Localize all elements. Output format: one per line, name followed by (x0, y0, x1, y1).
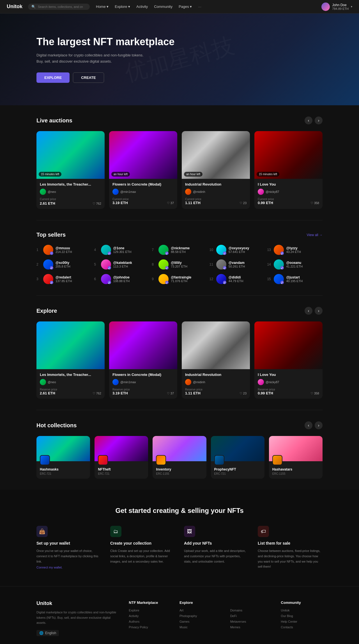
footer-link[interactable]: Our Blog (281, 614, 323, 618)
explore-prev-btn[interactable]: ‹ (305, 307, 312, 315)
footer-link[interactable]: Photography (180, 614, 221, 618)
card-title: I Love You (258, 182, 319, 186)
collection-card[interactable]: NFTheft ERC-721 (95, 436, 148, 479)
hero-title: The largest NFT marketplace (36, 36, 323, 48)
step-add-nfts: 🖼 Add your NFTs Upload your work, add a … (184, 526, 249, 569)
step-desc: Once you've set up your wallet of choice… (36, 548, 101, 564)
explore-button[interactable]: EXPLORE (36, 72, 70, 83)
footer-link[interactable]: Explore (129, 609, 171, 612)
collection-card[interactable]: Inventory ERC-1155 (153, 436, 206, 479)
nav-chevron-icon: ▾ (351, 5, 352, 8)
auction-card[interactable]: an hour left Industrial Revolution @midi… (182, 131, 250, 209)
nav-pages[interactable]: Pages ▾ (176, 3, 195, 10)
hero-subtitle: Digital marketplace for crypto collectib… (36, 52, 323, 65)
likes: ♡ 23 (240, 201, 247, 205)
author-avatar (112, 189, 119, 195)
auctions-grid: 15 minutes left Les Immortels, the Treac… (36, 131, 323, 209)
author-avatar (185, 189, 191, 195)
footer-col-title: Community (281, 600, 323, 605)
auction-card[interactable]: 15 minutes left I Love You @nicky87 Curr… (254, 131, 323, 209)
step-desc: Choose between auctions, fixed-price lis… (258, 548, 323, 569)
card-badge: 15 minutes left (39, 172, 61, 177)
nav-home[interactable]: Home ▾ (93, 3, 111, 10)
footer-link[interactable]: Metaverses (230, 620, 272, 623)
likes: ♡ 358 (310, 201, 319, 205)
seller-item[interactable]: 6 ✓ @johndoe108.88 ETH (94, 274, 150, 284)
author-avatar (40, 189, 46, 195)
auction-card[interactable]: 15 minutes left Les Immortels, the Treac… (36, 131, 105, 209)
nav-activity[interactable]: Activity (134, 3, 151, 10)
auction-card[interactable]: an hour left Flowers in Concrete (Modal)… (109, 131, 177, 209)
seller-item[interactable]: 11 ✓ @vandam50.261 ETH (210, 259, 265, 270)
footer-language[interactable]: 🌐 English (36, 630, 59, 636)
nav-logo[interactable]: Unitok (7, 4, 22, 10)
step-list-sale: 🏷 List them for sale Choose between auct… (258, 526, 323, 569)
footer-link[interactable]: Art (180, 609, 221, 612)
nav-explore[interactable]: Explore ▾ (112, 3, 133, 10)
seller-item[interactable]: 7 ✓ @nickname88.58 ETH (152, 245, 207, 255)
seller-name: @mnuuu (56, 246, 72, 250)
collection-card[interactable]: Hashavatars ERC-1155 (269, 436, 323, 479)
seller-item[interactable]: 2 ✓ @sc00ty205.8 ETH (36, 259, 92, 270)
step-collection: 🗂 Create your collection Click Create an… (110, 526, 175, 569)
search-bar: 🔍 (28, 4, 90, 10)
live-auctions-section: Live auctions ‹ › 15 minutes left Les Im… (0, 105, 359, 220)
footer-link[interactable]: Activity (129, 614, 171, 618)
collection-card[interactable]: Hashmasks ERC-721 (36, 436, 90, 479)
footer-link[interactable]: Contacts (281, 625, 323, 629)
step-title: Set up your wallet (36, 541, 101, 545)
seller-item[interactable]: 15 ✓ @justart40.195 ETH (267, 274, 323, 284)
nav-user-area[interactable]: John Doe 784.89 ETH ▾ (321, 3, 352, 11)
footer-link[interactable]: Games (180, 620, 221, 623)
price-label: Current price (185, 198, 201, 201)
auctions-next-btn[interactable]: › (315, 117, 323, 124)
seller-item[interactable]: 8 ✓ @lillily73.207 ETH (152, 259, 207, 270)
explore-next-btn[interactable]: › (315, 307, 323, 315)
nav-more-icon[interactable]: ··· (195, 3, 204, 10)
collections-prev-btn[interactable]: ‹ (305, 421, 312, 429)
author-name: @min1max (120, 190, 136, 193)
seller-item[interactable]: 4 ✓ @1one129.301 ETH (94, 245, 150, 255)
collections-grid: Hashmasks ERC-721 NFTheft ERC-721 Invent… (36, 436, 323, 479)
explore-card[interactable]: Flowers in Concrete (Modal) @min1max Res… (109, 321, 177, 399)
footer-link[interactable]: Music (180, 625, 221, 629)
card-badge: an hour left (111, 172, 130, 177)
seller-item[interactable]: 10 ✓ @oxyoxyoxy57.641 ETH (210, 245, 265, 255)
seller-item[interactable]: 13 ✓ @lyzzy43.24 ETH (267, 245, 323, 255)
footer-brand-name: Unitok (36, 600, 120, 606)
seller-item[interactable]: 1 ✓ @mnuuu214.22 ETH (36, 245, 92, 255)
step-link[interactable]: Connect my wallet. (36, 566, 101, 569)
footer-link[interactable]: Unitok (281, 609, 323, 612)
seller-item[interactable]: 14 ✓ @oceanu41.221 ETH (267, 259, 323, 270)
step-desc: Click Create and set up your collection.… (110, 548, 175, 564)
nav-community[interactable]: Community (151, 3, 175, 10)
footer-link[interactable]: Privacy Policy (129, 625, 171, 629)
create-button[interactable]: CREATE (73, 72, 104, 83)
globe-icon: 🌐 (39, 631, 43, 635)
collections-next-btn[interactable]: › (315, 421, 323, 429)
seller-item[interactable]: 5 ✓ @kateblank113.3 ETH (94, 259, 150, 270)
explore-card[interactable]: Les Immortels, the Treacher... @neo Rese… (36, 321, 105, 399)
view-all-btn[interactable]: View all → (307, 233, 323, 237)
footer-link[interactable]: Domains (230, 609, 272, 612)
seller-item[interactable]: 9 ✓ @fantraingle71.076 ETH (152, 274, 207, 284)
footer-link[interactable]: Memes (230, 625, 272, 629)
collection-card[interactable]: ProphecyNFT ERC-721 (211, 436, 264, 479)
footer-link[interactable]: Help Center (281, 620, 323, 623)
seller-item[interactable]: 12 ✓ @dididi44.79 ETH (210, 274, 265, 284)
auctions-prev-btn[interactable]: ‹ (305, 117, 312, 124)
footer-col-title: Explore (180, 600, 221, 605)
footer-link[interactable]: Authors (129, 620, 171, 623)
footer-col-title: NTF Marketplace (129, 600, 171, 605)
search-input[interactable] (38, 5, 83, 8)
explore-card[interactable]: Industrial Revolution @midinh Reserve pr… (182, 321, 250, 399)
footer-link[interactable]: DeFi (230, 614, 272, 618)
step-desc: Upload your work, add a title and descri… (184, 548, 249, 564)
explore-grid: Les Immortels, the Treacher... @neo Rese… (36, 321, 323, 399)
seller-amount: 214.22 ETH (56, 250, 72, 254)
nav-username: John Doe (332, 3, 349, 7)
nav-balance: 784.89 ETH (332, 7, 349, 10)
seller-item[interactable]: 3 ✓ @redalert137.85 ETH (36, 274, 92, 284)
explore-card[interactable]: I Love You @nicky87 Reserve price0.99 ET… (254, 321, 323, 399)
author-name: @nicky87 (266, 190, 279, 193)
